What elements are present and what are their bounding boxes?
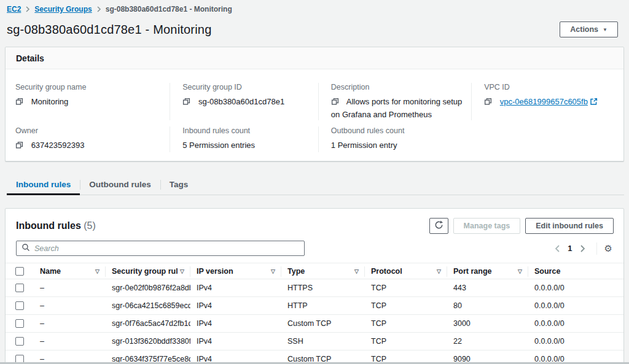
edit-inbound-rules-button[interactable]: Edit inbound rules [525, 218, 614, 234]
cell-protocol: TCP [365, 301, 447, 310]
column-label: Security group rule... [112, 267, 178, 276]
field-vpc-id: VPC ID vpc-0e681999657c605fb [471, 83, 614, 120]
field-value: 637423592393 [31, 141, 85, 150]
field-security-group-id: Security group ID sg-08b380a60d1cd78e1 [170, 83, 318, 120]
row-checkbox[interactable] [15, 301, 24, 310]
column-header-port-range[interactable]: Port range▽ [447, 263, 528, 279]
field-label: Security group ID [182, 83, 310, 91]
cell-name: – [34, 284, 106, 292]
field-value: 1 Permission entry [331, 141, 397, 150]
cell-type: Custom TCP [281, 319, 365, 328]
column-label: Source [534, 267, 617, 276]
cell-name: – [34, 337, 106, 346]
field-security-group-name: Security group name Monitoring [15, 83, 170, 120]
field-value: 5 Permission entries [182, 141, 255, 150]
breadcrumb-security-groups[interactable]: Security Groups [34, 5, 92, 14]
settings-button[interactable]: ⚙ [603, 244, 614, 253]
column-header-type[interactable]: Type▽ [281, 263, 365, 279]
column-header-protocol[interactable]: Protocol▽ [365, 263, 447, 279]
external-link-icon[interactable] [590, 97, 598, 109]
copy-icon[interactable] [15, 141, 23, 152]
column-header-source[interactable]: Source [528, 263, 623, 279]
column-label: Port range [453, 267, 515, 276]
field-label: Inbound rules count [182, 126, 310, 135]
row-checkbox[interactable] [15, 284, 24, 292]
search-input[interactable] [34, 244, 299, 253]
cell-source: 0.0.0.0/0 [528, 319, 623, 328]
table-row: –sgr-0f76ac5ac47d2fb1dIPv4Custom TCPTCP3… [6, 315, 623, 333]
cell-source: 0.0.0.0/0 [528, 337, 623, 346]
inbound-rules-count: (5) [84, 220, 96, 231]
cell-ip-version: IPv4 [190, 319, 281, 328]
cell-ip-version: IPv4 [190, 337, 281, 346]
column-label: Protocol [371, 267, 434, 276]
column-label: Type [287, 267, 352, 276]
refresh-icon [434, 220, 443, 231]
cell-type: HTTP [281, 301, 365, 310]
tab-tags[interactable]: Tags [160, 177, 198, 195]
breadcrumb-ec2[interactable]: EC2 [7, 5, 21, 14]
table-row: –sgr-0e02f0b9876f2a8dbIPv4HTTPSTCP4430.0… [6, 279, 623, 297]
column-header-ip-version[interactable]: IP version▽ [190, 263, 281, 279]
column-header-name[interactable]: Name▽ [34, 263, 106, 279]
cell-port-range: 22 [447, 337, 528, 346]
copy-icon[interactable] [182, 97, 190, 109]
sort-icon[interactable]: ▽ [437, 268, 441, 274]
copy-icon[interactable] [331, 97, 339, 109]
row-checkbox-cell [6, 284, 34, 292]
inbound-rules-panel: Inbound rules (5) Manage tags Edit inbou… [5, 208, 624, 364]
cell-rule-id: sgr-0f76ac5ac47d2fb1d [106, 319, 190, 328]
cell-ip-version: IPv4 [190, 301, 281, 310]
details-body: Security group name Monitoring Security … [6, 69, 623, 161]
divider [596, 242, 597, 255]
tab-inbound-rules[interactable]: Inbound rules [7, 177, 80, 195]
table-header: Name▽Security group rule...▽IP version▽T… [6, 263, 623, 279]
cell-port-range: 443 [447, 284, 528, 292]
column-header-rule-id[interactable]: Security group rule...▽ [106, 263, 190, 279]
field-value: Allows ports for monitoring setup on Gra… [331, 97, 463, 119]
field-owner: Owner 637423592393 [15, 126, 170, 152]
tab-outbound-rules[interactable]: Outbound rules [80, 177, 160, 195]
sort-icon[interactable]: ▽ [95, 268, 100, 274]
row-checkbox-cell [6, 301, 34, 310]
sort-icon[interactable]: ▽ [518, 268, 522, 274]
page-number[interactable]: 1 [565, 244, 574, 253]
vpc-link[interactable]: vpc-0e681999657c605fb [500, 97, 588, 106]
pagination: 1 ⚙ [550, 242, 614, 255]
field-inbound-rules-count: Inbound rules count 5 Permission entries [170, 126, 318, 152]
cell-source: 0.0.0.0/0 [528, 301, 623, 310]
tabs: Inbound rulesOutbound rulesTags [7, 177, 624, 195]
page-title: sg-08b380a60d1cd78e1 - Monitoring [7, 23, 212, 37]
field-description: Description Allows ports for monitoring … [318, 83, 471, 120]
actions-button[interactable]: Actions ▼ [560, 21, 618, 37]
row-checkbox[interactable] [15, 337, 24, 346]
select-all-checkbox[interactable] [15, 267, 24, 276]
cell-port-range: 80 [447, 301, 528, 310]
breadcrumb-current: sg-08b380a60d1cd78e1 - Monitoring [106, 5, 232, 14]
row-checkbox[interactable] [15, 319, 24, 328]
row-checkbox-cell [6, 337, 34, 346]
field-label: Owner [15, 126, 161, 135]
sort-icon[interactable]: ▽ [271, 268, 275, 274]
field-label: VPC ID [484, 83, 605, 91]
details-title: Details [16, 53, 613, 63]
cell-rule-id: sgr-06ca4215c6859ecd7 [106, 301, 190, 310]
sort-icon[interactable]: ▽ [354, 268, 359, 274]
field-label: Description [331, 83, 463, 91]
cell-protocol: TCP [365, 337, 447, 346]
refresh-button[interactable] [429, 218, 448, 234]
manage-tags-button[interactable]: Manage tags [453, 218, 521, 234]
cell-rule-id: sgr-013f3620bddf3380f [106, 337, 190, 346]
next-page-button[interactable] [575, 244, 590, 254]
copy-icon[interactable] [484, 97, 492, 109]
cell-name: – [34, 301, 106, 310]
previous-page-button[interactable] [550, 244, 565, 254]
row-checkbox-cell [6, 319, 34, 328]
field-value: Monitoring [31, 97, 69, 106]
sort-icon[interactable]: ▽ [180, 268, 184, 274]
breadcrumb: EC2 Security Groups sg-08b380a60d1cd78e1… [0, 0, 629, 14]
copy-icon[interactable] [15, 97, 23, 109]
search-icon [21, 243, 30, 254]
cell-source: 0.0.0.0/0 [528, 284, 623, 292]
table-row: –sgr-013f3620bddf3380fIPv4SSHTCP220.0.0.… [6, 333, 623, 350]
